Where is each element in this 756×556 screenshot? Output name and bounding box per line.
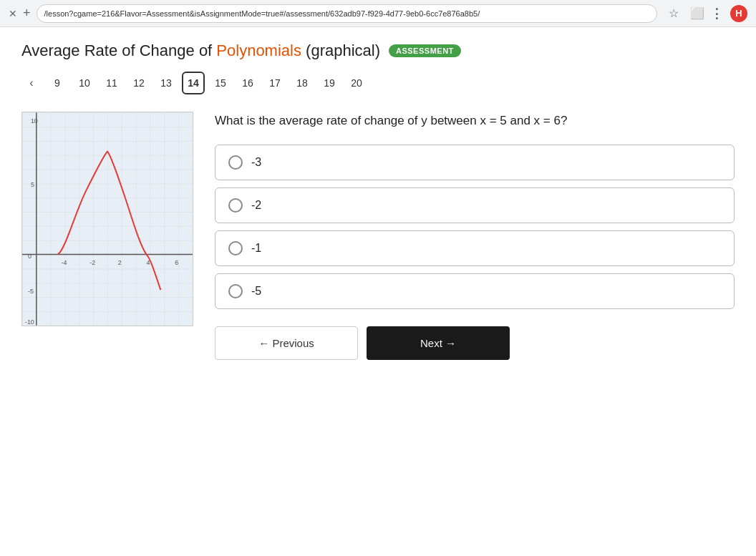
answer-option-3[interactable]: -1: [215, 230, 735, 266]
page-num-13[interactable]: 13: [155, 72, 178, 94]
answer-label-3: -1: [251, 242, 261, 255]
page-num-11[interactable]: 11: [100, 72, 123, 94]
svg-text:0: 0: [28, 253, 32, 260]
close-icon[interactable]: ✕: [9, 8, 17, 19]
svg-text:5: 5: [31, 181, 34, 188]
radio-4[interactable]: [228, 284, 243, 298]
svg-text:-5: -5: [28, 288, 34, 295]
question-area: What is the average rate of change of y …: [215, 112, 735, 360]
page-num-20[interactable]: 20: [345, 72, 368, 94]
pagination-left-arrow[interactable]: ‹: [21, 73, 42, 93]
answer-label-4: -5: [251, 285, 261, 298]
svg-text:-10: -10: [25, 318, 34, 326]
page-num-17[interactable]: 17: [263, 72, 286, 94]
page-num-10[interactable]: 10: [73, 72, 96, 94]
avatar[interactable]: H: [730, 5, 747, 22]
svg-text:2: 2: [118, 259, 122, 266]
main-content: Average Rate of Change of Polynomials (g…: [0, 27, 756, 556]
pagination: ‹ 9 10 11 12 13 14 15 16 17 18 19 20: [21, 72, 735, 94]
svg-text:-2: -2: [89, 259, 95, 266]
question-text: What is the average rate of change of y …: [215, 112, 735, 130]
page-num-9[interactable]: 9: [46, 72, 69, 94]
radio-1[interactable]: [228, 155, 243, 170]
assessment-badge: ASSESSMENT: [389, 44, 461, 57]
previous-button[interactable]: ← Previous: [215, 326, 358, 360]
answer-option-4[interactable]: -5: [215, 273, 735, 309]
svg-text:-4: -4: [62, 259, 67, 266]
answer-option-2[interactable]: -2: [215, 187, 735, 223]
new-tab-icon[interactable]: +: [23, 6, 31, 21]
page-num-19[interactable]: 19: [318, 72, 341, 94]
page-num-12[interactable]: 12: [127, 72, 150, 94]
radio-3[interactable]: [228, 241, 243, 255]
radio-2[interactable]: [228, 198, 243, 213]
answer-option-1[interactable]: -3: [215, 145, 735, 180]
answer-label-2: -2: [251, 199, 261, 212]
browser-chrome: ✕ + /lesson?cgame=216&Flavor=Assessment&…: [0, 0, 756, 27]
page-header: Average Rate of Change of Polynomials (g…: [21, 42, 735, 60]
svg-text:10: 10: [31, 117, 38, 125]
url-text: /lesson?cgame=216&Flavor=Assessment&isAs…: [44, 9, 480, 18]
answer-label-1: -3: [251, 156, 261, 169]
svg-rect-0: [22, 112, 193, 326]
nav-buttons: ← Previous Next →: [215, 326, 735, 360]
menu-icon[interactable]: ⋮: [710, 6, 724, 21]
svg-text:6: 6: [175, 259, 178, 266]
graph-svg: 10 5 0 -5 -10 -4 -2 2 4 6: [22, 112, 193, 326]
page-num-15[interactable]: 15: [209, 72, 232, 94]
page-num-14[interactable]: 14: [182, 72, 205, 94]
next-button[interactable]: Next →: [367, 326, 510, 360]
page-title: Average Rate of Change of Polynomials (g…: [21, 42, 380, 60]
page-num-18[interactable]: 18: [291, 72, 314, 94]
graph-container: 10 5 0 -5 -10 -4 -2 2 4 6: [21, 112, 193, 326]
cast-icon[interactable]: ⬜: [690, 6, 704, 20]
bookmark-icon[interactable]: ☆: [669, 6, 679, 20]
content-area: 10 5 0 -5 -10 -4 -2 2 4 6 What is the av…: [21, 112, 735, 360]
page-num-16[interactable]: 16: [236, 72, 259, 94]
url-bar[interactable]: /lesson?cgame=216&Flavor=Assessment&isAs…: [37, 4, 657, 23]
